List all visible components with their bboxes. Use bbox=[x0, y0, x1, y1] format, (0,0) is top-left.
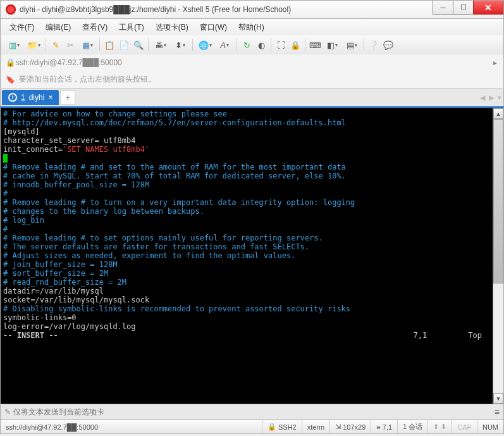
status-size: ⇲ 107x29 bbox=[330, 420, 371, 433]
term-line: # Adjust sizes as needed, experiment to … bbox=[3, 251, 501, 260]
compose-bar: ✎ ≡ bbox=[0, 404, 504, 420]
script-button[interactable]: ↻ bbox=[240, 38, 254, 52]
compose-menu-button[interactable]: ≡ bbox=[495, 407, 500, 417]
tab-bar: ! 1 diyhi × + ◀ ▶ ▾ bbox=[0, 89, 504, 106]
term-line: # changes to the binary log between back… bbox=[3, 207, 501, 216]
term-line: # Disabling symbolic-links is recommende… bbox=[3, 304, 501, 313]
tab-status-icon: ! bbox=[8, 93, 17, 102]
term-line: # Remove leading # and set to the amount… bbox=[3, 163, 501, 171]
toolbar: ▥ 📁 ✎ ✂ ▦ 📋 📄 🔍 🖶 ⬍ 🌐 A ↻ ◐ ⛶ 🔒 ⌨ ◧ ▤ ❔ … bbox=[0, 35, 504, 54]
terminal-scrollbar[interactable]: ▲ ▼ bbox=[493, 108, 503, 404]
window-title: diyhi - diyhi@iz8vbhtj3lgsb9███jz:/home/… bbox=[20, 5, 433, 14]
help-button[interactable]: ❔ bbox=[367, 38, 381, 52]
status-sessions: 1 会话 bbox=[398, 420, 428, 433]
term-line: [mysqld] bbox=[3, 127, 501, 136]
status-connection: ssh://diyhi@47.92.7██:50000 bbox=[1, 420, 262, 433]
reconnect-button[interactable]: ✎ bbox=[49, 38, 63, 52]
status-pos: ≡ 7,1 bbox=[371, 420, 398, 433]
term-line: # http://dev.mysql.com/doc/refman/5.7/en… bbox=[3, 118, 501, 127]
tab-name: diyhi bbox=[29, 93, 45, 102]
status-cap: CAP bbox=[452, 420, 477, 433]
term-line: # join_buffer_size = 128M bbox=[3, 260, 501, 269]
status-updown: ⬆ ⬇ bbox=[428, 420, 452, 433]
properties-button[interactable]: ▦ bbox=[78, 38, 97, 52]
disconnect-button[interactable]: ✂ bbox=[63, 38, 77, 52]
menu-tabs[interactable]: 选项卡(B) bbox=[151, 20, 194, 35]
term-line: log-error=/var/log/mysqld.log bbox=[3, 322, 501, 331]
tab-number: 1 bbox=[21, 93, 25, 102]
title-bar: diyhi - diyhi@iz8vbhtj3lgsb9███jz:/home/… bbox=[0, 0, 504, 19]
term-line: datadir=/var/lib/mysql bbox=[3, 287, 501, 296]
tab-menu-button[interactable]: ▾ bbox=[496, 94, 503, 102]
scroll-down-button[interactable]: ▼ bbox=[493, 393, 503, 404]
keyboard-button[interactable]: ⌨ bbox=[308, 38, 322, 52]
find-button[interactable]: 🔍 bbox=[132, 38, 145, 52]
lock-icon: 🔒 bbox=[4, 58, 16, 67]
status-bar: ssh://diyhi@47.92.7██:50000 🔒 SSH2 xterm… bbox=[0, 420, 504, 434]
tab-prev-button[interactable]: ◀ bbox=[478, 94, 487, 102]
layout-button[interactable]: ▤ bbox=[342, 38, 361, 52]
term-line: # bbox=[3, 225, 501, 234]
term-status-line: -- INSERT -- 7,1 Top bbox=[3, 331, 501, 340]
terminal[interactable]: # For advice on how to change settings p… bbox=[0, 106, 504, 404]
term-line: # For advice on how to change settings p… bbox=[3, 109, 501, 118]
term-line: # log_bin bbox=[3, 216, 501, 225]
menu-window[interactable]: 窗口(W) bbox=[195, 20, 232, 35]
compose-icon: ✎ bbox=[4, 408, 11, 416]
minimize-button[interactable]: ─ bbox=[433, 1, 453, 15]
lock-button[interactable]: 🔒 bbox=[288, 38, 302, 52]
hint-text: 要添加当前会话，点击左侧的箭头按钮。 bbox=[19, 74, 156, 85]
fullscreen-button[interactable]: ⛶ bbox=[274, 38, 288, 52]
scroll-up-button[interactable]: ▲ bbox=[493, 108, 503, 119]
feedback-button[interactable]: 💬 bbox=[381, 38, 395, 52]
maximize-button[interactable]: ☐ bbox=[453, 1, 474, 15]
color-button[interactable]: ◧ bbox=[323, 38, 341, 52]
status-num: NUM bbox=[477, 420, 503, 433]
compose-input[interactable] bbox=[13, 408, 495, 416]
add-tab-button[interactable]: + bbox=[60, 90, 75, 104]
script2-button[interactable]: ◐ bbox=[254, 38, 268, 52]
term-line: # bbox=[3, 154, 501, 163]
menu-view[interactable]: 查看(V) bbox=[77, 20, 113, 35]
app-icon bbox=[6, 4, 16, 15]
term-line: # The server defaults are faster for tra… bbox=[3, 242, 501, 251]
term-line: character_set_server= utf8mb4 bbox=[3, 136, 501, 145]
menu-tools[interactable]: 工具(T) bbox=[114, 20, 149, 35]
browser-button[interactable]: 🌐 bbox=[195, 38, 214, 52]
term-line: # Remove leading # to turn on a very imp… bbox=[3, 198, 501, 207]
bookmark-icon[interactable]: 🔖 bbox=[6, 75, 15, 84]
term-line: # sort_buffer_size = 2M bbox=[3, 269, 501, 278]
status-term: xterm bbox=[302, 420, 331, 433]
paste-button[interactable]: 📄 bbox=[117, 38, 131, 52]
session-tab[interactable]: ! 1 diyhi × bbox=[2, 90, 59, 105]
menu-edit[interactable]: 编辑(E) bbox=[40, 20, 76, 35]
term-line: # innodb_buffer_pool_size = 128M bbox=[3, 180, 501, 189]
term-line: # bbox=[3, 189, 501, 198]
copy-button[interactable]: 📋 bbox=[102, 38, 116, 52]
address-bar: 🔒 ▸ bbox=[0, 54, 504, 71]
status-ssh: 🔒 SSH2 bbox=[262, 420, 302, 433]
close-button[interactable]: ✕ bbox=[473, 1, 503, 15]
address-input[interactable] bbox=[16, 58, 493, 67]
tab-next-button[interactable]: ▶ bbox=[487, 94, 496, 102]
transfer-button[interactable]: ⬍ bbox=[171, 38, 190, 52]
term-line: socket=/var/lib/mysql/mysql.sock bbox=[3, 296, 501, 304]
menu-bar: 文件(F) 编辑(E) 查看(V) 工具(T) 选项卡(B) 窗口(W) 帮助(… bbox=[0, 19, 504, 35]
hint-bar: 🔖 要添加当前会话，点击左侧的箭头按钮。 bbox=[0, 71, 504, 89]
new-button[interactable]: ▥ bbox=[4, 38, 23, 52]
scroll-thumb[interactable] bbox=[493, 119, 503, 283]
menu-help[interactable]: 帮助(H) bbox=[233, 20, 269, 35]
print-button[interactable]: 🖶 bbox=[151, 38, 170, 52]
menu-file[interactable]: 文件(F) bbox=[4, 20, 39, 35]
font-button[interactable]: A bbox=[215, 38, 234, 52]
tab-close-icon[interactable]: × bbox=[48, 93, 52, 102]
term-line: # cache in MySQL. Start at 70% of total … bbox=[3, 171, 501, 180]
term-line: # read_rnd_buffer_size = 2M bbox=[3, 278, 501, 287]
term-line: # Remove leading # to set options mainly… bbox=[3, 234, 501, 242]
go-button[interactable]: ▸ bbox=[493, 58, 497, 67]
term-line: symbolic-links=0 bbox=[3, 313, 501, 322]
term-line: init_connect='SET NAMES utf8mb4' bbox=[3, 145, 501, 154]
open-button[interactable]: 📁 bbox=[24, 38, 43, 52]
